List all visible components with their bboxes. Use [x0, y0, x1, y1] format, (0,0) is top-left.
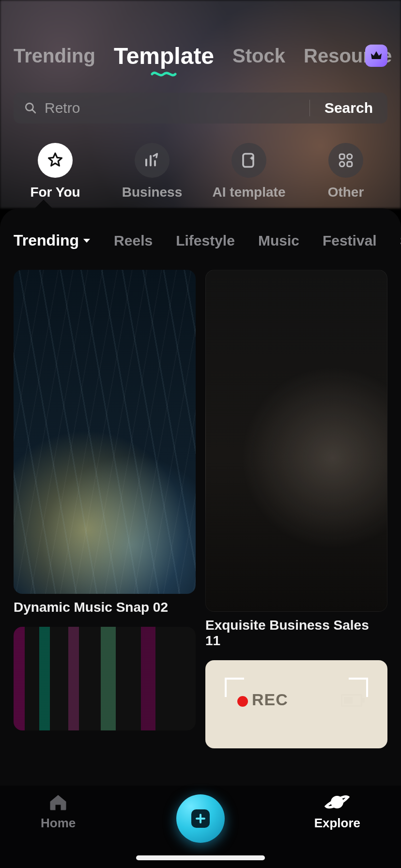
create-button[interactable] [176, 794, 225, 843]
battery-icon [341, 694, 362, 707]
filter-reels[interactable]: Reels [114, 232, 153, 249]
search-button[interactable]: Search [310, 100, 387, 116]
nav-home-label: Home [41, 816, 76, 831]
search-field-wrap [14, 100, 309, 116]
template-card[interactable]: Exquisite Business Sales 11 [205, 270, 387, 649]
tab-trending[interactable]: Trending [14, 45, 95, 67]
template-thumbnail [14, 627, 196, 730]
top-nav: Trending Template Stock Resource [0, 0, 401, 69]
filter-label: Trending [14, 232, 79, 249]
template-thumbnail: REC [205, 660, 387, 748]
template-grid: Dynamic Music Snap 02 Exquisite Business… [0, 270, 401, 748]
planet-icon [324, 791, 350, 813]
search-icon [24, 102, 37, 114]
svg-line-1 [32, 110, 35, 113]
rec-dot-icon [237, 696, 248, 707]
template-card[interactable]: REC [205, 660, 387, 748]
category-label: Business [122, 185, 183, 200]
chevron-down-icon [83, 238, 91, 244]
crown-icon [370, 49, 383, 62]
category-ai-template[interactable]: AI template [205, 143, 293, 200]
rec-label: REC [252, 690, 288, 709]
active-tab-underline-icon [151, 70, 177, 78]
grid-icon [338, 152, 354, 169]
tab-template-label: Template [114, 43, 214, 69]
chart-icon [143, 152, 161, 169]
filter-trending[interactable]: Trending [14, 232, 91, 249]
nav-explore[interactable]: Explore [314, 791, 360, 831]
card-sparkle-icon [240, 152, 258, 169]
svg-rect-4 [347, 154, 352, 159]
category-business[interactable]: Business [108, 143, 196, 200]
filter-row: Trending Reels Lifestyle Music Festival … [0, 219, 401, 255]
template-title: Exquisite Business Sales 11 [205, 618, 387, 649]
svg-rect-6 [347, 162, 352, 167]
template-card[interactable]: Dynamic Music Snap 02 [14, 270, 196, 615]
template-thumbnail [14, 270, 196, 594]
tab-template[interactable]: Template [114, 43, 214, 69]
template-title: Dynamic Music Snap 02 [14, 600, 196, 615]
category-other[interactable]: Other [302, 143, 389, 200]
filter-festival[interactable]: Festival [323, 232, 377, 249]
home-indicator [136, 855, 265, 860]
nav-home[interactable]: Home [41, 791, 76, 831]
category-label: AI template [213, 185, 286, 200]
content-sheet: Trending Reels Lifestyle Music Festival … [0, 208, 401, 868]
star-icon [46, 151, 64, 170]
premium-button[interactable] [365, 45, 387, 67]
category-for-you[interactable]: For You [12, 143, 99, 200]
filter-music[interactable]: Music [258, 232, 299, 249]
category-label: For You [30, 185, 80, 200]
tab-stock[interactable]: Stock [232, 45, 285, 67]
svg-rect-3 [339, 154, 344, 159]
filter-lifestyle[interactable]: Lifestyle [176, 232, 235, 249]
template-thumbnail [205, 270, 387, 612]
category-label: Other [328, 185, 364, 200]
search-input[interactable] [45, 100, 299, 116]
svg-rect-2 [243, 154, 253, 167]
template-card[interactable] [14, 627, 196, 730]
search-bar: Search [14, 93, 387, 124]
svg-rect-5 [339, 162, 344, 167]
plus-icon [195, 813, 206, 824]
home-icon [47, 791, 69, 813]
category-row: For You Business AI template [0, 143, 401, 200]
nav-explore-label: Explore [314, 816, 360, 831]
